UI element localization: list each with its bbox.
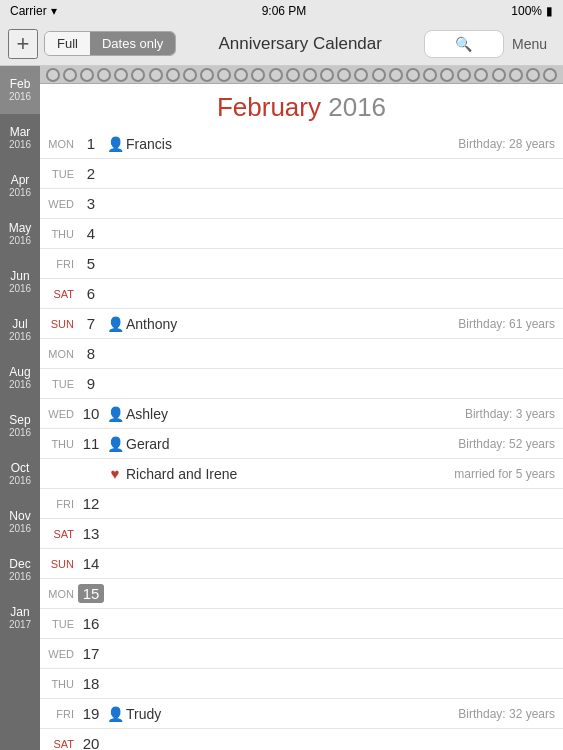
day-label: TUE (40, 378, 78, 390)
sidebar-month-label: May (9, 221, 32, 235)
table-row: MON 8 (40, 339, 563, 369)
sidebar-month-label: Jul (12, 317, 27, 331)
day-number: 4 (78, 225, 104, 242)
sidebar-month-may-2016[interactable]: May2016 (0, 210, 40, 258)
day-number: 18 (78, 675, 104, 692)
sidebar-month-jul-2016[interactable]: Jul2016 (0, 306, 40, 354)
status-time: 9:06 PM (262, 4, 307, 18)
month-heading: February 2016 (40, 84, 563, 129)
day-label: THU (40, 228, 78, 240)
search-button[interactable]: 🔍 (424, 30, 504, 58)
day-label: MON (40, 348, 78, 360)
person-icon: 👤 (107, 436, 124, 452)
day-label: SAT (40, 528, 78, 540)
carrier-label: Carrier (10, 4, 47, 18)
sidebar-month-sep-2016[interactable]: Sep2016 (0, 402, 40, 450)
sidebar-month-apr-2016[interactable]: Apr2016 (0, 162, 40, 210)
sidebar-year-label: 2016 (9, 379, 31, 391)
event-icon: 👤 (104, 316, 126, 332)
sidebar-month-label: Sep (9, 413, 30, 427)
calendar-view[interactable]: February 2016 MON 1 👤 Francis Birthday: … (40, 66, 563, 750)
day-number: 9 (78, 375, 104, 392)
day-label: WED (40, 198, 78, 210)
day-label: SAT (40, 738, 78, 750)
sidebar-year-label: 2016 (9, 475, 31, 487)
person-icon: 👤 (107, 316, 124, 332)
person-icon: 👤 (107, 136, 124, 152)
sidebar-month-dec-2016[interactable]: Dec2016 (0, 546, 40, 594)
spiral-loop (406, 68, 420, 82)
spiral-binding (40, 66, 563, 84)
days-container: MON 1 👤 Francis Birthday: 28 years TUE 2… (40, 129, 563, 750)
sidebar-month-label: Apr (11, 173, 30, 187)
table-row: MON 15 (40, 579, 563, 609)
battery-icon: ▮ (546, 4, 553, 18)
table-row[interactable]: SUN 7 👤 Anthony Birthday: 61 years (40, 309, 563, 339)
month-name: February (217, 92, 321, 122)
day-number: 3 (78, 195, 104, 212)
table-row[interactable]: FRI 19 👤 Trudy Birthday: 32 years (40, 699, 563, 729)
table-row: WED 17 (40, 639, 563, 669)
add-button[interactable]: + (8, 29, 38, 59)
sidebar-year-label: 2016 (9, 427, 31, 439)
spiral-loop (457, 68, 471, 82)
spiral-loop (337, 68, 351, 82)
sidebar-year-label: 2016 (9, 283, 31, 295)
nav-bar: + Full Dates only Anniversary Calendar 🔍… (0, 22, 563, 66)
day-number: 8 (78, 345, 104, 362)
spiral-loop (80, 68, 94, 82)
table-row[interactable]: ♥ Richard and Irene married for 5 years (40, 459, 563, 489)
day-number: 12 (78, 495, 104, 512)
spiral-loop (509, 68, 523, 82)
sidebar-month-jun-2016[interactable]: Jun2016 (0, 258, 40, 306)
day-event: Francis Birthday: 28 years (126, 136, 563, 152)
day-label: FRI (40, 708, 78, 720)
nav-title: Anniversary Calendar (176, 34, 424, 54)
full-view-button[interactable]: Full (45, 32, 90, 55)
day-label: WED (40, 408, 78, 420)
day-label: SUN (40, 558, 78, 570)
day-number: 11 (78, 435, 104, 452)
sidebar-month-label: Jan (10, 605, 29, 619)
event-description: Birthday: 28 years (458, 137, 563, 151)
event-description: Birthday: 61 years (458, 317, 563, 331)
sidebar-month-aug-2016[interactable]: Aug2016 (0, 354, 40, 402)
table-row: SAT 6 (40, 279, 563, 309)
day-label: TUE (40, 168, 78, 180)
table-row: THU 18 (40, 669, 563, 699)
day-label: FRI (40, 258, 78, 270)
event-name: Gerard (126, 436, 458, 452)
event-description: Birthday: 32 years (458, 707, 563, 721)
table-row[interactable]: MON 1 👤 Francis Birthday: 28 years (40, 129, 563, 159)
status-right: 100% ▮ (511, 4, 553, 18)
dates-only-button[interactable]: Dates only (90, 32, 175, 55)
spiral-loop (354, 68, 368, 82)
menu-button[interactable]: Menu (504, 36, 555, 52)
sidebar-month-label: Dec (9, 557, 30, 571)
day-number: 20 (78, 735, 104, 750)
sidebar-month-feb-2016[interactable]: Feb2016 (0, 66, 40, 114)
heart-icon: ♥ (111, 465, 120, 482)
day-number: 2 (78, 165, 104, 182)
sidebar-month-label: Nov (9, 509, 30, 523)
spiral-loop (183, 68, 197, 82)
table-row[interactable]: WED 10 👤 Ashley Birthday: 3 years (40, 399, 563, 429)
sidebar-month-nov-2016[interactable]: Nov2016 (0, 498, 40, 546)
table-row[interactable]: THU 11 👤 Gerard Birthday: 52 years (40, 429, 563, 459)
view-segment: Full Dates only (44, 31, 176, 56)
event-icon: 👤 (104, 706, 126, 722)
day-event: Gerard Birthday: 52 years (126, 436, 563, 452)
spiral-loop (251, 68, 265, 82)
day-event: Richard and Irene married for 5 years (126, 466, 563, 482)
sidebar-month-oct-2016[interactable]: Oct2016 (0, 450, 40, 498)
day-number: 7 (78, 315, 104, 332)
person-icon: 👤 (107, 406, 124, 422)
day-label: MON (40, 138, 78, 150)
day-label: MON (40, 588, 78, 600)
sidebar-year-label: 2016 (9, 187, 31, 199)
sidebar-month-jan-2017[interactable]: Jan2017 (0, 594, 40, 642)
wifi-icon: ▾ (51, 4, 57, 18)
day-event: Trudy Birthday: 32 years (126, 706, 563, 722)
sidebar-month-mar-2016[interactable]: Mar2016 (0, 114, 40, 162)
event-name: Anthony (126, 316, 458, 332)
